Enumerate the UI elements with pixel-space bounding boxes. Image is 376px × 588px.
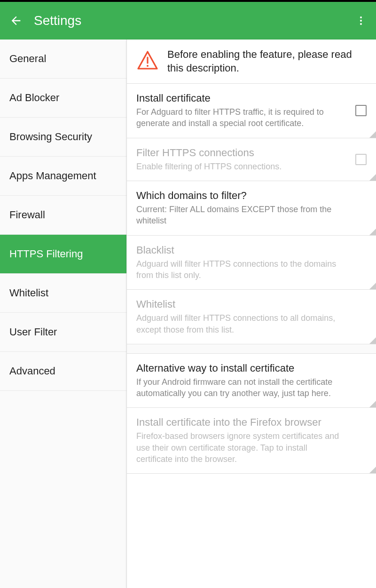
setting-description: Adguard will filter HTTPS connections to… (136, 258, 367, 281)
sidebar-item-advanced[interactable]: Advanced (0, 352, 126, 391)
sidebar-item-label: Whitelist (9, 287, 48, 299)
sidebar-item-label: HTTPS Filtering (9, 248, 83, 260)
sidebar-item-label: Advanced (9, 365, 55, 377)
app-bar: Settings (0, 2, 376, 40)
sidebar-item-whitelist[interactable]: Whitelist (0, 274, 126, 313)
setting-title: Whitelist (136, 298, 367, 310)
setting-description: Current: Filter ALL domains EXCEPT those… (136, 204, 367, 227)
checkbox-filter-https[interactable] (355, 154, 367, 165)
corner-marker (369, 229, 376, 235)
sidebar-item-apps-management[interactable]: Apps Management (0, 157, 126, 196)
sidebar-item-user-filter[interactable]: User Filter (0, 313, 126, 352)
sidebar-item-firewall[interactable]: Firewall (0, 196, 126, 235)
setting-description: Firefox-based browsers ignore system cer… (136, 430, 367, 465)
page-title: Settings (34, 13, 355, 28)
setting-filter-https-connections[interactable]: Filter HTTPS connections Enable filterin… (127, 138, 376, 181)
sidebar-item-label: Firewall (9, 209, 45, 221)
corner-marker (369, 401, 376, 407)
setting-title: Which domains to filter? (136, 190, 367, 202)
setting-description: For Adguard to filter HTTPS traffic, it … (136, 106, 367, 129)
warning-icon (136, 49, 159, 73)
setting-description: If your Android firmware can not install… (136, 376, 367, 399)
setting-title: Filter HTTPS connections (136, 147, 367, 159)
svg-point-1 (360, 20, 362, 22)
setting-install-certificate[interactable]: Install certificate For Adguard to filte… (127, 84, 376, 138)
svg-point-4 (147, 65, 149, 67)
section-gap (127, 344, 376, 354)
checkbox-install-certificate[interactable] (355, 105, 367, 116)
corner-marker (369, 174, 376, 181)
sidebar-item-browsing-security[interactable]: Browsing Security (0, 118, 126, 157)
corner-marker (369, 131, 376, 138)
arrow-left-icon (9, 14, 23, 27)
back-button[interactable] (9, 14, 23, 27)
sidebar-item-ad-blocker[interactable]: Ad Blocker (0, 79, 126, 118)
warning-text: Before enabling the feature, please read… (167, 48, 367, 75)
corner-marker (369, 283, 376, 289)
sidebar-item-label: Ad Blocker (9, 92, 59, 103)
svg-point-0 (360, 16, 362, 18)
setting-firefox-certificate[interactable]: Install certificate into the Firefox bro… (127, 408, 376, 474)
svg-point-2 (360, 23, 362, 25)
setting-description: Adguard will filter HTTPS connections to… (136, 312, 367, 335)
setting-title: Install certificate (136, 92, 367, 104)
sidebar-item-label: Browsing Security (9, 131, 92, 143)
corner-marker (369, 467, 376, 473)
sidebar-item-label: Apps Management (9, 170, 96, 182)
setting-title: Alternative way to install certificate (136, 362, 367, 374)
setting-blacklist[interactable]: Blacklist Adguard will filter HTTPS conn… (127, 236, 376, 290)
setting-title: Blacklist (136, 244, 367, 256)
sidebar-item-label: User Filter (9, 326, 57, 338)
corner-marker (369, 337, 376, 344)
sidebar-item-general[interactable]: General (0, 40, 126, 79)
content-panel: Before enabling the feature, please read… (127, 40, 376, 588)
setting-whitelist[interactable]: Whitelist Adguard will filter HTTPS conn… (127, 290, 376, 344)
main: General Ad Blocker Browsing Security App… (0, 40, 376, 588)
setting-title: Install certificate into the Firefox bro… (136, 416, 367, 429)
sidebar-item-https-filtering[interactable]: HTTPS Filtering (0, 235, 126, 274)
sidebar: General Ad Blocker Browsing Security App… (0, 40, 127, 588)
warning-banner[interactable]: Before enabling the feature, please read… (127, 40, 376, 84)
setting-alternative-install[interactable]: Alternative way to install certificate I… (127, 354, 376, 408)
more-vert-icon (355, 15, 367, 26)
sidebar-item-label: General (9, 53, 46, 64)
setting-which-domains[interactable]: Which domains to filter? Current: Filter… (127, 181, 376, 236)
overflow-menu-button[interactable] (355, 15, 367, 26)
setting-description: Enable filtering of HTTPS connections. (136, 161, 367, 172)
